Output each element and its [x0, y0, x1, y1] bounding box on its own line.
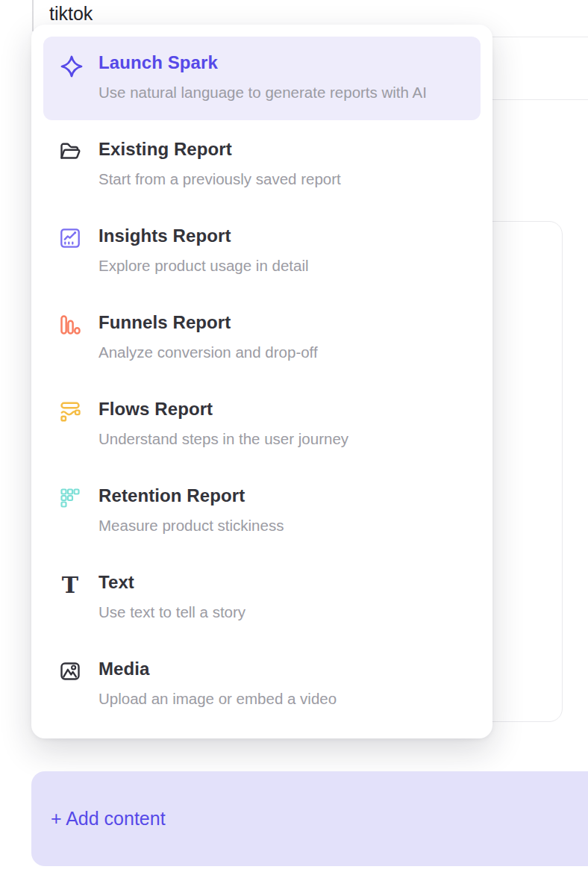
- menu-item-title: Text: [98, 571, 245, 594]
- menu-item-launch-spark[interactable]: Launch Spark Use natural language to gen…: [43, 37, 481, 120]
- add-content-menu: Launch Spark Use natural language to gen…: [31, 25, 492, 738]
- menu-item-title: Existing Report: [98, 138, 341, 161]
- menu-item-description: Start from a previously saved report: [98, 167, 341, 192]
- menu-item-insights-report[interactable]: Insights Report Explore product usage in…: [43, 210, 481, 293]
- menu-item-description: Explore product usage in detail: [98, 253, 309, 279]
- menu-item-title: Insights Report: [98, 225, 309, 247]
- menu-item-title: Retention Report: [98, 485, 284, 507]
- background-card-border: [32, 0, 34, 31]
- menu-item-title: Flows Report: [98, 398, 348, 420]
- text-icon: T: [58, 573, 87, 597]
- menu-item-title: Funnels Report: [98, 311, 318, 334]
- menu-item-funnels-report[interactable]: Funnels Report Analyze conversion and dr…: [43, 296, 481, 380]
- add-content-button[interactable]: + Add content: [31, 771, 588, 866]
- menu-item-description: Use natural language to generate reports…: [98, 80, 427, 105]
- menu-item-description: Upload an image or embed a video: [98, 686, 337, 712]
- flows-path-icon: [58, 399, 87, 423]
- menu-item-retention-report[interactable]: Retention Report Measure product stickin…: [43, 470, 481, 553]
- retention-grid-icon: [58, 486, 87, 510]
- background-text-tiktok: tiktok: [49, 1, 93, 25]
- menu-item-description: Analyze conversion and drop-off: [98, 340, 318, 365]
- menu-item-description: Understand steps in the user journey: [98, 426, 348, 452]
- menu-item-flows-report[interactable]: Flows Report Understand steps in the use…: [43, 383, 481, 467]
- report-builder-canvas: tiktok Launch Spark Use natural language…: [0, 0, 588, 896]
- funnels-bars-icon: [58, 313, 87, 337]
- folder-open-icon: [58, 140, 87, 164]
- menu-item-description: Measure product stickiness: [98, 513, 284, 538]
- menu-item-title: Media: [98, 658, 337, 680]
- sparkle-icon: [58, 53, 87, 80]
- svg-text:T: T: [62, 573, 79, 597]
- menu-item-text[interactable]: T Text Use text to tell a story: [43, 556, 481, 640]
- menu-item-existing-report[interactable]: Existing Report Start from a previously …: [43, 123, 481, 207]
- menu-item-media[interactable]: Media Upload an image or embed a video: [43, 643, 481, 727]
- menu-item-title: Launch Spark: [98, 52, 427, 74]
- menu-item-description: Use text to tell a story: [98, 600, 245, 625]
- add-content-label: + Add content: [51, 808, 166, 830]
- insights-chart-icon: [58, 226, 87, 250]
- media-image-icon: [58, 659, 87, 683]
